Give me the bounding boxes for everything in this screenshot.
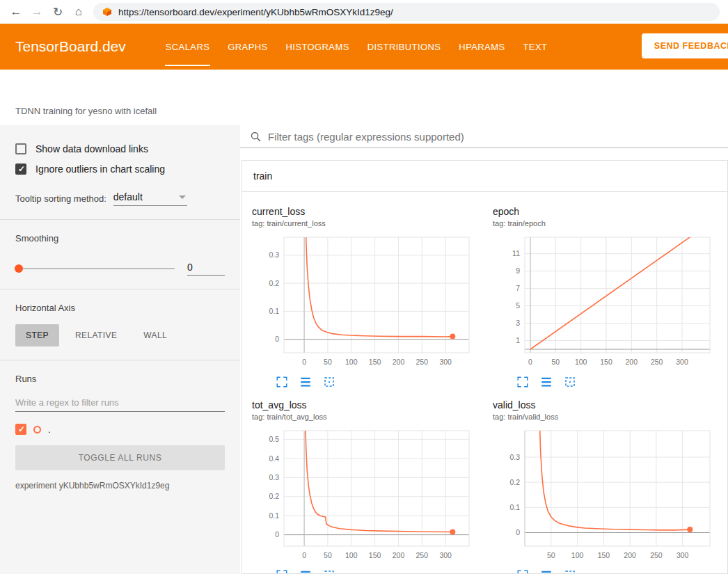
svg-text:0.4: 0.4 — [269, 454, 279, 463]
experiment-id-label: experiment yKUbhb5wRmOSXYkId1z9eg — [15, 481, 225, 491]
svg-text:5: 5 — [516, 301, 520, 310]
fit-domain-icon[interactable] — [323, 569, 335, 574]
svg-text:0: 0 — [516, 528, 520, 536]
svg-text:7: 7 — [516, 284, 520, 292]
show-download-links-checkbox[interactable] — [15, 143, 26, 154]
smoothing-slider-thumb[interactable] — [15, 264, 23, 273]
svg-text:0.1: 0.1 — [509, 503, 520, 511]
fit-domain-icon[interactable] — [323, 376, 335, 388]
app-header: TensorBoard.dev SCALARS GRAPHS HISTOGRAM… — [0, 24, 728, 70]
chart-toolbar — [276, 569, 482, 574]
toggle-y-axis-icon[interactable] — [299, 376, 312, 388]
tooltip-sorting-value: default — [113, 191, 143, 202]
ignore-outliers-row[interactable]: Ignore outliers in chart scaling — [15, 164, 225, 175]
svg-text:0.3: 0.3 — [269, 473, 279, 481]
line-chart-canvas[interactable]: 00.10.20.3050100150200250300 — [252, 233, 475, 372]
tag-group-card: train current_loss tag: train/current_lo… — [242, 160, 728, 574]
horizontal-axis-label: Horizontal Axis — [15, 303, 225, 313]
svg-text:50: 50 — [551, 358, 560, 366]
show-download-links-row[interactable]: Show data download links — [15, 143, 225, 154]
expand-chart-icon[interactable] — [276, 376, 288, 388]
smoothing-value-field[interactable]: 0 — [187, 262, 225, 276]
tag-group-title[interactable]: train — [242, 161, 727, 192]
nav-tabs: SCALARS GRAPHS HISTOGRAMS DISTRIBUTIONS … — [157, 24, 557, 70]
svg-text:200: 200 — [624, 551, 636, 559]
tag-filter-input[interactable] — [268, 131, 718, 143]
run-color-swatch — [33, 426, 41, 433]
search-icon — [250, 131, 262, 143]
tab-hparams[interactable]: HPARAMS — [450, 24, 514, 70]
tooltip-sorting-label: Tooltip sorting method: — [15, 193, 106, 206]
axis-step-button[interactable]: STEP — [15, 324, 59, 346]
back-icon[interactable]: ← — [6, 5, 26, 19]
browser-toolbar: ← → ↻ ⌂ https://tensorboard.dev/experime… — [0, 0, 728, 24]
app-logo: TensorBoard.dev — [15, 38, 126, 55]
url-text: https://tensorboard.dev/experiment/yKUbh… — [118, 7, 393, 17]
runs-filter-input[interactable] — [15, 394, 225, 412]
chart-toolbar — [276, 376, 482, 388]
svg-text:250: 250 — [416, 358, 429, 366]
expand-chart-icon[interactable] — [516, 569, 529, 574]
expand-chart-icon[interactable] — [276, 569, 288, 574]
line-chart-canvas[interactable]: 00.10.20.350100150200250300 — [493, 426, 715, 566]
svg-text:0.5: 0.5 — [269, 435, 279, 443]
tab-distributions[interactable]: DISTRIBUTIONS — [358, 24, 450, 70]
toggle-all-runs-button[interactable]: TOGGLE ALL RUNS — [15, 445, 225, 470]
address-bar[interactable]: https://tensorboard.dev/experiment/yKUbh… — [93, 3, 720, 21]
reload-icon[interactable]: ↻ — [47, 5, 68, 19]
chart-tag: tag: train/epoch — [493, 219, 722, 228]
svg-text:150: 150 — [598, 551, 610, 559]
toggle-y-axis-icon[interactable] — [540, 376, 553, 388]
chart-title: tot_avg_loss — [252, 399, 482, 410]
chevron-down-icon — [179, 196, 186, 199]
ignore-outliers-checkbox[interactable] — [15, 164, 26, 175]
forward-icon[interactable]: → — [26, 5, 47, 19]
run-checkbox[interactable] — [15, 424, 26, 435]
runs-label: Runs — [15, 374, 225, 384]
toggle-y-axis-icon[interactable] — [540, 569, 553, 574]
toggle-y-axis-icon[interactable] — [299, 569, 312, 574]
svg-text:100: 100 — [571, 551, 584, 559]
run-name: . — [48, 424, 51, 435]
svg-text:3: 3 — [516, 319, 520, 327]
svg-text:300: 300 — [439, 551, 452, 559]
expand-chart-icon[interactable] — [516, 376, 529, 388]
chart-title: epoch — [493, 206, 722, 217]
svg-text:100: 100 — [345, 358, 358, 366]
svg-text:0.1: 0.1 — [269, 307, 279, 315]
experiment-description-band: TDNN training for yesno with icefall — [0, 70, 728, 125]
smoothing-slider[interactable] — [15, 268, 175, 269]
svg-text:200: 200 — [626, 358, 638, 366]
svg-text:0: 0 — [302, 551, 306, 559]
svg-text:150: 150 — [600, 358, 612, 366]
send-feedback-button[interactable]: SEND FEEDBACK — [642, 33, 728, 58]
tooltip-sorting-select[interactable]: default — [113, 191, 187, 206]
home-icon[interactable]: ⌂ — [68, 5, 89, 19]
svg-text:0.2: 0.2 — [269, 279, 279, 287]
tab-graphs[interactable]: GRAPHS — [219, 24, 276, 70]
fit-domain-icon[interactable] — [564, 569, 576, 574]
svg-text:9: 9 — [516, 266, 520, 275]
svg-text:0: 0 — [275, 530, 279, 539]
show-download-links-label: Show data download links — [35, 143, 148, 154]
line-chart-canvas[interactable]: 1357911050100150200250300 — [493, 233, 715, 372]
run-list-item[interactable]: . — [15, 424, 225, 435]
svg-text:300: 300 — [676, 358, 688, 366]
svg-text:250: 250 — [651, 358, 663, 366]
line-chart-canvas[interactable]: 00.10.20.30.40.5050100150200250300 — [252, 426, 475, 566]
chart-toolbar — [516, 376, 722, 388]
tab-scalars[interactable]: SCALARS — [157, 24, 219, 70]
experiment-description: TDNN training for yesno with icefall — [15, 106, 157, 116]
svg-text:100: 100 — [575, 358, 587, 366]
fit-domain-icon[interactable] — [564, 376, 576, 388]
svg-text:1: 1 — [516, 336, 520, 344]
tab-histograms[interactable]: HISTOGRAMS — [277, 24, 358, 70]
axis-relative-button[interactable]: RELATIVE — [65, 324, 127, 346]
ignore-outliers-label: Ignore outliers in chart scaling — [35, 164, 165, 175]
axis-wall-button[interactable]: WALL — [133, 324, 177, 346]
chart-tag: tag: train/valid_loss — [493, 413, 722, 421]
svg-text:150: 150 — [369, 551, 381, 559]
svg-text:50: 50 — [324, 551, 332, 559]
svg-text:200: 200 — [393, 358, 405, 366]
tab-text[interactable]: TEXT — [514, 24, 556, 70]
